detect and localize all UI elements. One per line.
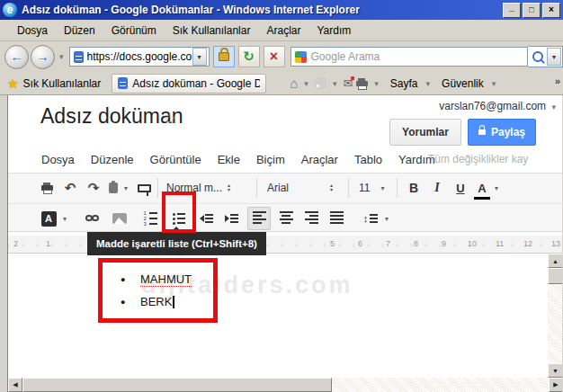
close-button[interactable]: × (542, 3, 560, 18)
align-left-button[interactable] (247, 207, 271, 230)
ruler-number: 5 (330, 239, 335, 248)
forward-button[interactable]: → (31, 45, 55, 69)
highlight-dropdown[interactable]: ▾ (60, 204, 69, 233)
docs-menu-araclar[interactable]: Araçlar (293, 153, 346, 166)
line-spacing-button[interactable]: ↕ (359, 204, 382, 233)
read-mail-icon[interactable]: ✉ (343, 76, 353, 90)
justify-icon (330, 211, 344, 226)
search-button[interactable]: ▾ (528, 46, 563, 67)
print-icon (41, 185, 53, 191)
comments-button[interactable]: Yorumlar (389, 119, 461, 146)
ruler-number: 2 (13, 239, 18, 248)
ruler-number: 1 (46, 239, 50, 248)
font-size-selector[interactable]: 11 ▾ (359, 174, 384, 202)
document-title[interactable]: Adsız doküman (40, 104, 183, 129)
insert-image-button[interactable] (109, 204, 130, 233)
italic-button[interactable]: I (427, 174, 447, 202)
docs-menu-bicim[interactable]: Biçim (248, 153, 293, 166)
scroll-down-button[interactable]: ▼ (548, 363, 562, 378)
menu-gorunum[interactable]: Görünüm (103, 22, 165, 39)
docs-menu-goruntule[interactable]: Görüntüle (142, 153, 210, 166)
annotation-box-list-text (98, 258, 218, 323)
address-field[interactable]: https://docs.google.com ▾ (69, 47, 210, 67)
bold-button[interactable]: B (404, 174, 424, 202)
horizontal-scrollbar[interactable]: ◀ ▶ (8, 378, 562, 392)
print-icon[interactable] (356, 81, 368, 86)
security-menu-dropdown[interactable]: ▾ (492, 79, 496, 88)
nav-history-dropdown[interactable]: ▾ (59, 52, 64, 61)
font-selector[interactable]: Arial ▴▾ (267, 174, 333, 202)
menu-araclar[interactable]: Araçlar (258, 22, 308, 39)
decrease-indent-icon (200, 214, 213, 223)
vertical-scroll-thumb[interactable] (548, 268, 562, 284)
docs-menu-ekle[interactable]: Ekle (210, 153, 248, 166)
chevron-down-icon: ▾ (198, 53, 201, 61)
menu-dosya[interactable]: Dosya (9, 22, 56, 39)
url-text[interactable]: https://docs.google.com (87, 50, 192, 63)
docs-menu-dosya[interactable]: Dosya (33, 153, 83, 166)
numbered-list-button[interactable]: 1 2 3 (139, 204, 161, 233)
star-outline-icon[interactable]: ☆ (163, 110, 176, 129)
increase-indent-button[interactable] (220, 204, 242, 233)
security-menu[interactable]: Güvenlik (442, 77, 484, 90)
menu-duzen[interactable]: Düzen (56, 22, 103, 39)
toolbar-overflow-chevron[interactable]: » (555, 76, 560, 86)
back-button[interactable]: ← (4, 45, 29, 69)
decrease-indent-button[interactable] (195, 204, 217, 233)
security-lock-button[interactable] (213, 46, 235, 67)
underline-button[interactable]: U (451, 174, 470, 202)
insert-link-button[interactable] (82, 204, 103, 233)
page-icon (74, 51, 84, 63)
print-dropdown[interactable]: ▾ (374, 79, 379, 88)
search-icon (532, 51, 543, 62)
annotation-box-bullet-button (162, 192, 196, 233)
menu-yardim[interactable]: Yardım (308, 22, 359, 39)
scroll-up-button[interactable]: ▲ (548, 254, 562, 268)
share-button[interactable]: Paylaş (468, 119, 536, 146)
align-center-button[interactable] (274, 204, 298, 233)
line-spacing-dropdown[interactable]: ▾ (382, 204, 391, 233)
page-menu-dropdown[interactable]: ▾ (426, 79, 431, 88)
print-button[interactable] (37, 174, 57, 202)
account-menu[interactable]: varslan76@gmail.com ▾ (439, 100, 559, 112)
paste-button[interactable] (105, 174, 121, 202)
paint-format-button[interactable] (134, 174, 154, 202)
feed-icon[interactable] (315, 77, 326, 89)
menu-sik-kullanilanlar[interactable]: Sık Kullanılanlar (165, 22, 259, 39)
redo-button[interactable]: ↷ (84, 174, 103, 202)
chevron-down-icon: ▾ (552, 53, 556, 61)
refresh-button[interactable]: ↻ (238, 46, 260, 67)
page-menu[interactable]: Sayfa (390, 77, 418, 90)
horizontal-scroll-thumb[interactable] (22, 378, 332, 392)
home-icon[interactable]: ⌂ (290, 76, 298, 91)
home-dropdown[interactable]: ▾ (304, 79, 308, 88)
text-color-button[interactable]: A (474, 179, 490, 200)
highlight-color-button[interactable]: A (39, 204, 58, 233)
maximize-button[interactable]: □ (523, 3, 541, 18)
search-input[interactable]: Google Arama (290, 47, 528, 67)
vertical-scrollbar[interactable]: ▲ ▼ (548, 254, 562, 378)
minimize-button[interactable]: _ (503, 3, 521, 18)
search-placeholder[interactable]: Google Arama (311, 50, 525, 63)
docs-menu-tablo[interactable]: Tablo (346, 153, 390, 166)
favorites-button[interactable]: Sık Kullanılanlar (23, 77, 102, 90)
title-bar[interactable]: e Adsız doküman - Google Dokümanlar - Wi… (0, 0, 563, 20)
address-bar: ← → ▾ https://docs.google.com ▾ ↻ × Goog… (0, 41, 563, 72)
image-icon (112, 213, 127, 224)
text-color-dropdown[interactable]: ▾ (492, 174, 501, 202)
ruler-number: 13 (551, 239, 560, 248)
feed-dropdown[interactable]: ▾ (333, 79, 337, 88)
justify-button[interactable] (325, 204, 348, 233)
address-dropdown[interactable]: ▾ (192, 48, 207, 66)
browser-tab[interactable]: Adsız doküman - Google D... (112, 74, 266, 94)
favorites-bar: ★ Sık Kullanılanlar Adsız doküman - Goog… (0, 72, 563, 95)
align-right-button[interactable] (299, 204, 323, 233)
scroll-right-button[interactable]: ▶ (549, 378, 562, 392)
stop-button[interactable]: × (264, 46, 285, 67)
docs-menu-duzenle[interactable]: Düzenle (83, 153, 142, 166)
scroll-left-button[interactable]: ◀ (8, 378, 22, 392)
paste-dropdown[interactable]: ▾ (121, 174, 130, 202)
search-options-dropdown[interactable]: ▾ (547, 48, 561, 66)
document-canvas[interactable]: dijitalders.com ● MAHMUT ● BERK (8, 254, 548, 378)
undo-button[interactable]: ↶ (60, 174, 80, 202)
